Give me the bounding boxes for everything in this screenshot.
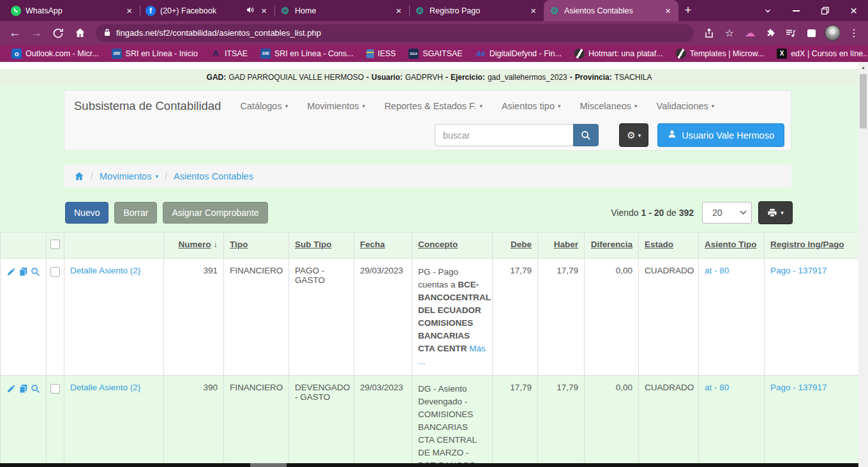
tab-close-icon[interactable]: × xyxy=(259,5,269,16)
tab-registro-pago[interactable]: ⚙ Registro Pago × xyxy=(409,0,544,21)
tab-search-chevron-icon[interactable] xyxy=(753,0,782,21)
horizontal-scrollbar[interactable] xyxy=(0,463,858,467)
window-close-button[interactable]: × xyxy=(839,0,868,21)
settings-gear-button[interactable]: ⚙ ▾ xyxy=(619,123,648,147)
bookmark-edx[interactable]: X edX | Cursos en líne... xyxy=(772,49,868,59)
breadcrumb-movimientos[interactable]: Movimientos ▾ xyxy=(100,171,158,181)
bookmark-digitaldefynd[interactable]: dd DigitalDefynd - Fin... xyxy=(470,49,567,59)
chevron-down-icon: ▾ xyxy=(638,132,641,139)
asiento-tipo-link[interactable]: at - 80 xyxy=(705,266,729,275)
nuevo-button[interactable]: Nuevo xyxy=(65,202,108,224)
gad-label: GAD: xyxy=(207,73,227,82)
separator: - xyxy=(445,73,448,82)
header-haber[interactable]: Haber xyxy=(538,233,585,259)
header-debe[interactable]: Debe xyxy=(493,233,538,259)
usuario-value: GADPRVH xyxy=(405,73,443,82)
printer-icon xyxy=(767,208,777,218)
borrar-button[interactable]: Borrar xyxy=(114,202,157,224)
bookmark-iess[interactable]: IESS xyxy=(361,49,401,58)
menu-movimientos[interactable]: Movimientos ▾ xyxy=(307,101,365,111)
menu-miscelaneos[interactable]: Miscelaneos ▾ xyxy=(580,101,637,111)
asignar-comprobante-button[interactable]: Asignar Comprobante xyxy=(163,202,267,224)
edit-pencil-icon[interactable] xyxy=(6,384,16,395)
header-tipo[interactable]: Tipo xyxy=(224,233,289,259)
tab-asientos-contables-active[interactable]: ⚙ Asientos Contables × xyxy=(544,0,678,21)
chrome-menu-dots-icon[interactable]: ⋮ xyxy=(845,24,863,42)
user-button[interactable]: Usuario Vale Hermoso xyxy=(657,123,784,147)
reload-icon[interactable] xyxy=(49,24,68,43)
back-icon[interactable]: ← xyxy=(5,24,24,43)
header-fecha[interactable]: Fecha xyxy=(354,233,412,259)
profile-avatar[interactable] xyxy=(825,25,841,41)
row-checkbox[interactable] xyxy=(50,267,60,277)
breadcrumb-asientos-contables[interactable]: Asientos Contables xyxy=(174,171,253,181)
tab-close-icon[interactable]: × xyxy=(124,5,134,16)
registro-pago-link[interactable]: Pago - 137917 xyxy=(770,383,827,392)
actions-toolbar: Nuevo Borrar Asignar Comprobante Viendo … xyxy=(65,201,793,224)
breadcrumb-home-icon[interactable] xyxy=(74,171,84,181)
scroll-up-arrow-icon[interactable]: ▲ xyxy=(858,62,868,72)
header-subtipo[interactable]: Sub Tipo xyxy=(289,233,354,259)
new-tab-button[interactable]: + xyxy=(678,0,698,21)
bookmark-templates[interactable]: Templates | Microw... xyxy=(671,49,769,59)
menu-reportes[interactable]: Reportes & Estados F. ▾ xyxy=(384,101,483,111)
tab-close-icon[interactable]: × xyxy=(663,5,673,16)
row-checkbox[interactable] xyxy=(50,384,60,394)
header-asiento-tipo[interactable]: Asiento Tipo xyxy=(699,233,765,259)
home-icon[interactable] xyxy=(70,24,89,43)
select-all-checkbox[interactable] xyxy=(50,240,60,249)
globe-favicon xyxy=(574,49,585,59)
side-panel-icon[interactable] xyxy=(802,24,820,42)
header-estado[interactable]: Estado xyxy=(639,233,699,259)
asiento-tipo-link[interactable]: at - 80 xyxy=(705,383,729,392)
menu-catalogos[interactable]: Catálogos ▾ xyxy=(240,101,288,111)
tab-whatsapp[interactable]: WhatsApp × xyxy=(5,0,140,21)
tab-close-icon[interactable]: × xyxy=(528,5,538,16)
window-restore-button[interactable] xyxy=(811,0,839,21)
edit-pencil-icon[interactable] xyxy=(6,267,16,279)
tab-close-icon[interactable]: × xyxy=(394,5,403,16)
view-magnifier-icon[interactable] xyxy=(31,267,40,279)
bookmark-outlook[interactable]: o Outlook.com - Micr... xyxy=(6,49,104,59)
menu-asientos-tipo[interactable]: Asientos tipo ▾ xyxy=(502,101,561,111)
copy-icon[interactable] xyxy=(19,267,28,279)
search-input[interactable] xyxy=(435,124,573,146)
forward-icon[interactable]: → xyxy=(27,24,46,43)
header-registro[interactable]: Registro Ing/Pago xyxy=(765,233,859,259)
page-size-select[interactable]: 20 xyxy=(702,202,752,224)
bookmark-itsae[interactable]: A ITSAE xyxy=(206,49,253,59)
iess-favicon xyxy=(366,49,374,58)
tab-home[interactable]: ⚙ Home × xyxy=(274,0,409,21)
bookmark-hotmart[interactable]: Hotmart: una plataf... xyxy=(569,49,668,59)
registro-pago-link[interactable]: Pago - 137917 xyxy=(770,266,827,275)
tab-facebook[interactable]: f (20+) Facebook × xyxy=(140,0,274,21)
bookmark-sgaitsae[interactable]: SGA SGAITSAE xyxy=(403,49,468,59)
header-numero[interactable]: Numero ↓ xyxy=(164,233,224,259)
horizontal-scrollbar-thumb[interactable] xyxy=(250,463,287,467)
vertical-scrollbar[interactable]: ▲ xyxy=(858,62,868,467)
bookmark-star-icon[interactable]: ☆ xyxy=(721,24,738,42)
view-magnifier-icon[interactable] xyxy=(31,384,40,395)
menu-label: Miscelaneos xyxy=(580,101,631,111)
copy-icon[interactable] xyxy=(19,384,28,395)
bookmark-sri-consultas[interactable]: SRI SRI en Línea - Cons... xyxy=(255,49,359,59)
menu-validaciones[interactable]: Validaciones ▾ xyxy=(657,101,715,111)
header-concepto[interactable]: Concepto xyxy=(412,233,493,259)
playlist-extension-icon[interactable] xyxy=(782,24,800,42)
detalle-asiento-link[interactable]: Detalle Asiento (2} xyxy=(70,383,140,392)
vertical-scrollbar-thumb[interactable] xyxy=(860,74,867,128)
detalle-asiento-link[interactable]: Detalle Asiento (2} xyxy=(70,266,140,275)
sri-favicon: SRI xyxy=(260,49,271,59)
tab-audio-icon[interactable] xyxy=(246,6,255,16)
search-button[interactable] xyxy=(573,124,599,146)
address-bar[interactable]: fingads.net/sf2/contabilidad/asientos_co… xyxy=(96,24,694,42)
provincia-value: TSACHILA xyxy=(615,73,652,82)
header-diferencia[interactable]: Diferencia xyxy=(585,233,639,259)
row-detalle-cell: Detalle Asiento (2} xyxy=(64,259,164,376)
window-minimize-button[interactable] xyxy=(782,0,811,21)
extensions-puzzle-icon[interactable] xyxy=(761,24,779,42)
bookmark-sri-inicio[interactable]: SRI SRI en Línea - Inicio xyxy=(107,49,203,59)
cloud-extension-icon[interactable]: ☁ xyxy=(741,24,759,42)
print-button[interactable]: ▾ xyxy=(758,201,793,224)
share-icon[interactable] xyxy=(700,24,718,42)
